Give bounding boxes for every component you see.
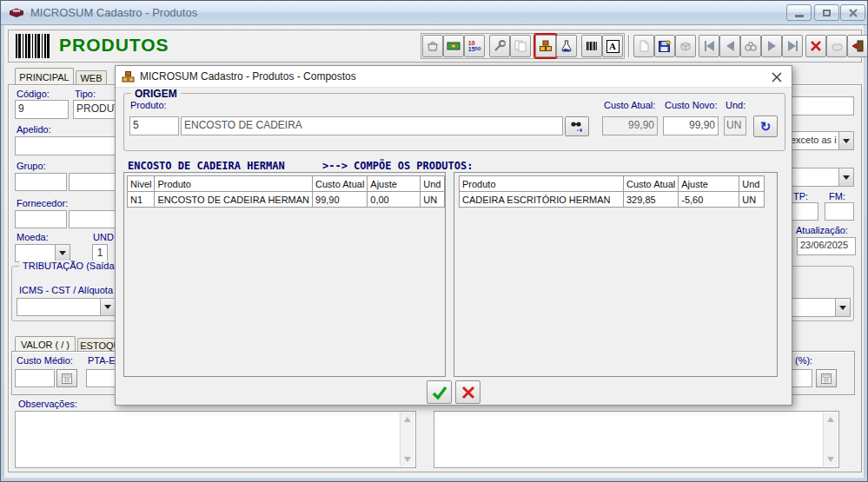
print-button[interactable]	[675, 35, 696, 57]
close-button[interactable]	[840, 4, 865, 21]
dialog-close-button[interactable]	[769, 69, 785, 85]
right-memo-scrollbar[interactable]	[823, 413, 838, 466]
recalculate-button[interactable]: ↻	[753, 116, 778, 137]
pta-label: PTA-E	[88, 355, 116, 366]
next-record-button[interactable]	[761, 35, 782, 57]
chevron-down-icon	[843, 175, 850, 180]
label-button[interactable]: A	[602, 35, 623, 57]
right-dropdown-2[interactable]	[787, 168, 854, 187]
icms-dropdown-arrow[interactable]	[100, 299, 115, 315]
grupo-code-field[interactable]	[15, 173, 67, 191]
formula-button[interactable]	[556, 35, 577, 57]
origem-produto-nome-field[interactable]: ENCOSTO DE CADEIRA	[181, 116, 563, 135]
chevron-down-icon	[59, 251, 66, 255]
compoe-table: Produto Custo Atual Ajuste Und CADEIRA E…	[459, 175, 765, 208]
tab-valor[interactable]: VALOR ( / )	[15, 336, 76, 352]
cancel-button[interactable]	[455, 380, 480, 404]
dropdown-arrow[interactable]	[838, 168, 853, 186]
hand-button[interactable]	[826, 35, 847, 57]
minimize-button[interactable]	[786, 4, 812, 21]
exceto-dropdown-arrow[interactable]	[838, 132, 853, 149]
moeda-dropdown[interactable]	[15, 244, 70, 262]
composites-button[interactable]	[535, 35, 556, 57]
previous-record-icon	[726, 41, 734, 51]
origem-search-button[interactable]	[565, 116, 589, 136]
table-row[interactable]: CADEIRA ESCRITÓRIO HERMAN 329,85 -5,60 U…	[460, 192, 765, 208]
close-icon	[849, 9, 858, 17]
dropdown-arrow[interactable]	[835, 299, 850, 316]
dialog-titlebar[interactable]: MICROSUM Cadastro - Produtos - Compostos	[116, 66, 792, 88]
moeda-label: Moeda:	[17, 232, 49, 242]
money-button[interactable]	[443, 35, 464, 57]
binoculars-icon	[744, 39, 758, 53]
search-button[interactable]	[740, 35, 761, 57]
grupo-label: Grupo:	[17, 161, 46, 171]
fm-field[interactable]	[825, 202, 854, 221]
money-icon	[447, 39, 461, 53]
origem-und-label: Und:	[726, 100, 745, 110]
codigo-field[interactable]: 9	[15, 100, 69, 119]
custo-medio-field[interactable]	[15, 369, 55, 387]
observacoes-textarea[interactable]	[17, 413, 400, 466]
levels-list-panel[interactable]: Nivel Produto Custo Atual Ajuste Und N1 …	[123, 172, 446, 377]
icms-dropdown[interactable]	[17, 298, 116, 316]
markup-calc-button[interactable]	[816, 369, 837, 387]
compoe-products-title: >--> COMPÕE OS PRODUTOS:	[322, 160, 473, 172]
origem-produto-codigo-field[interactable]: 5	[129, 116, 179, 135]
tools-button[interactable]	[489, 35, 510, 57]
barcode-button[interactable]	[581, 35, 602, 57]
window-titlebar[interactable]: MICROSUM Cadastro - Produtos	[1, 1, 867, 25]
exit-button[interactable]	[847, 35, 868, 57]
copy-button[interactable]	[510, 35, 531, 57]
save-button[interactable]	[654, 35, 675, 57]
scroll-down-icon	[404, 457, 411, 462]
price-table-button[interactable]: 10 1550	[464, 35, 485, 57]
compoe-list-panel[interactable]: Produto Custo Atual Ajuste Und CADEIRA E…	[454, 172, 778, 377]
barcode-logo-icon	[16, 34, 50, 58]
close-icon	[772, 72, 782, 83]
window-frame-bottom	[1, 478, 867, 481]
table-header-row: Produto Custo Atual Ajuste Und	[460, 176, 765, 192]
custo-novo-field[interactable]: 99,90	[663, 116, 719, 135]
chevron-down-icon	[104, 305, 111, 309]
letter-a-icon: A	[606, 40, 620, 53]
origem-produto-label: Produto:	[130, 100, 167, 110]
confirm-button[interactable]	[427, 380, 452, 404]
chevron-down-icon	[843, 139, 850, 143]
save-icon	[658, 39, 672, 53]
previous-record-button[interactable]	[719, 35, 740, 57]
exit-door-icon	[851, 39, 865, 53]
new-button[interactable]	[633, 35, 654, 57]
new-document-icon	[637, 39, 651, 53]
apelido-label: Apelido:	[17, 124, 51, 135]
exceto-value: exceto as i	[791, 135, 838, 145]
exceto-dropdown[interactable]: exceto as i	[787, 131, 854, 150]
last-record-button[interactable]	[782, 35, 803, 57]
und-field[interactable]: 1	[92, 244, 108, 262]
levels-table: Nivel Produto Custo Atual Ajuste Und N1 …	[127, 175, 445, 208]
table-header-row: Nivel Produto Custo Atual Ajuste Und	[128, 176, 445, 192]
basket-button[interactable]	[422, 35, 443, 57]
minimize-icon	[795, 15, 804, 17]
codigo-label: Código:	[17, 89, 50, 99]
calculator-icon	[62, 373, 72, 384]
right-memo-textarea[interactable]	[435, 413, 823, 466]
delete-button[interactable]	[805, 35, 826, 57]
app-window: MICROSUM Cadastro - Produtos PRODUTOS 10	[0, 0, 868, 482]
maximize-button[interactable]	[814, 4, 839, 21]
table-row[interactable]: N1 ENCOSTO DE CADEIRA HERMAN 99,90 0,00 …	[128, 192, 445, 208]
window-title: MICROSUM Cadastro - Produtos	[30, 6, 197, 19]
fornecedor-code-field[interactable]	[15, 210, 67, 228]
observacoes-scrollbar[interactable]	[400, 413, 414, 466]
first-record-button[interactable]	[699, 35, 719, 57]
hand-icon	[830, 39, 844, 53]
tab-principal[interactable]: PRINCIPAL	[15, 68, 74, 85]
origin-product-title: ENCOSTO DE CADEIRA HERMAN	[128, 160, 285, 172]
tab-web[interactable]: WEB	[76, 70, 107, 85]
atualizacao-field[interactable]: 23/06/2025	[797, 237, 856, 255]
fornecedor-label: Fornecedor:	[17, 198, 68, 208]
moeda-dropdown-arrow[interactable]	[55, 245, 70, 261]
custo-medio-calc-button[interactable]	[56, 369, 77, 387]
barcode-icon	[585, 39, 599, 53]
icms-label: ICMS - CST / Alíquota	[19, 285, 113, 295]
